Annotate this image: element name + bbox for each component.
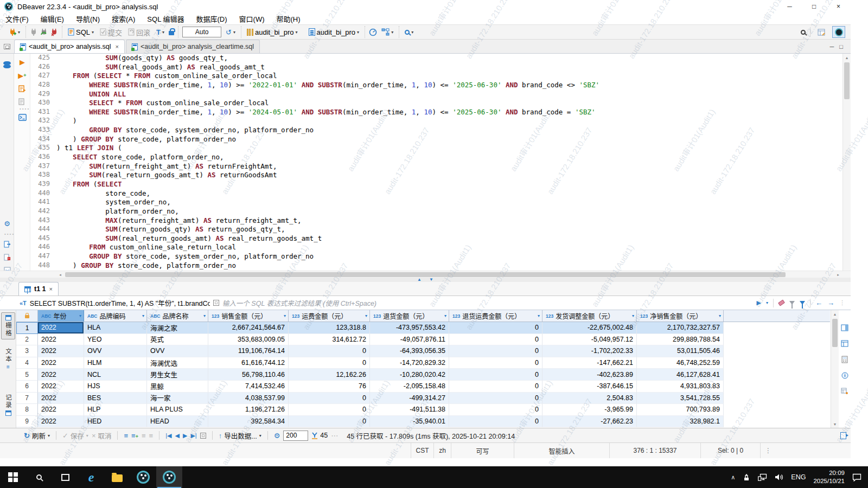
database-select[interactable]: audit_bi_pro ▾ (245, 27, 299, 37)
filter-forward-icon[interactable]: → (827, 299, 834, 306)
grid-cell[interactable]: HLA PLUS (147, 404, 208, 416)
templates-panel-icon[interactable]: (x) (2, 265, 12, 271)
column-header-6[interactable]: 123退货运费金额（元）▾ (449, 310, 542, 322)
code-area[interactable]: SUM(goods_qty) AS goods_qty_t, SUM(real_… (56, 54, 842, 271)
grid-cell[interactable]: 328,982.1 (637, 416, 724, 428)
grid-cell[interactable]: 7,414,532.46 (208, 381, 289, 393)
database-navigator-icon[interactable] (2, 58, 12, 68)
grid-cell[interactable]: 0 (449, 322, 542, 334)
grid-cell[interactable]: HED (84, 416, 147, 428)
column-filter-caret[interactable]: ▾ (282, 313, 286, 318)
column-filter-caret[interactable]: ▾ (630, 313, 634, 318)
rollback-button[interactable]: 回滚 (126, 26, 152, 38)
filter-back-icon[interactable]: ← (815, 299, 822, 306)
grid-cell[interactable]: 英式 (147, 334, 208, 346)
code-line[interactable]: SUM(return_goods_qty) AS return_goods_qt… (56, 225, 842, 234)
column-filter-caret[interactable]: ▾ (202, 313, 206, 318)
speaker-icon[interactable] (775, 473, 783, 481)
grid-cell[interactable]: -387,646.15 (542, 381, 637, 393)
maximize-button[interactable]: □ (802, 0, 826, 13)
last-page-icon[interactable]: ▶| (190, 433, 196, 439)
grid-cell[interactable]: -5,049,957.12 (542, 334, 637, 346)
quick-search-icon[interactable] (801, 30, 806, 35)
column-header-0[interactable]: ABC年份▾ (38, 310, 84, 322)
grid-cell[interactable]: 2022 (38, 345, 84, 357)
record-mode-tab[interactable]: 记录 (1, 392, 15, 418)
grid-cell[interactable]: -10,280,020.42 (370, 369, 449, 381)
editor-horizontal-scrollbar[interactable]: ◂ ▸ (0, 271, 851, 278)
disconnect-icon[interactable] (50, 28, 58, 36)
grid-cell[interactable]: -147,662.21 (542, 357, 637, 369)
code-line[interactable]: FROM (SELECT (56, 180, 842, 189)
new-connection-button[interactable]: ▾ (7, 27, 22, 37)
grid-cell[interactable]: 男生女生 (147, 369, 208, 381)
dbeaver-perspective-button[interactable] (832, 26, 845, 38)
code-line[interactable]: WHERE SUBSTR(min_order_time, 1, 10) >= '… (56, 108, 842, 117)
grid-cell[interactable]: 46,127,628.41 (637, 369, 724, 381)
grid-cell[interactable]: 4,038,537.99 (208, 393, 289, 404)
toggle-panels-icon[interactable] (841, 324, 848, 333)
grid-cell[interactable]: 0 (449, 416, 542, 428)
clock[interactable]: 20:09 2025/10/21 (813, 469, 845, 485)
minimize-button[interactable]: ─ (777, 0, 802, 13)
settings-gear-icon[interactable]: ⚙ (2, 219, 12, 228)
grid-scroll-up-icon[interactable]: ▲ (831, 310, 839, 318)
split-editor-icon[interactable] (4, 44, 10, 49)
code-line[interactable]: platform_order_no, (56, 207, 842, 216)
grid-cell[interactable]: 0 (289, 345, 370, 357)
grid-cell[interactable]: 76 (289, 381, 370, 393)
code-line[interactable]: ) GROUP BY store_code, platform_order_no (56, 135, 842, 144)
grid-cell[interactable]: 299,889,788.54 (637, 334, 724, 346)
start-button[interactable] (0, 466, 26, 488)
lock-icon[interactable] (169, 31, 174, 35)
row-number[interactable]: 8 (16, 404, 38, 416)
grid-cell[interactable]: 2,667,241,564.67 (208, 322, 289, 334)
grid-cell[interactable]: 392,584.34 (208, 416, 289, 428)
grid-cell[interactable]: 46,748,252.59 (637, 357, 724, 369)
er-diagram-button[interactable]: ▾ (380, 27, 395, 37)
db-search-button[interactable]: ▾ (403, 29, 415, 36)
notification-icon[interactable] (852, 473, 861, 481)
column-header-1[interactable]: ABC品牌编码▾ (84, 310, 147, 322)
grid-cell[interactable]: HJS (84, 381, 147, 393)
save-filter-icon[interactable] (800, 301, 805, 305)
grid-cell[interactable]: OVV (84, 345, 147, 357)
column-header-3[interactable]: 123销售金额（元）▾ (208, 310, 289, 322)
grid-cell[interactable]: 海澜优选 (147, 357, 208, 369)
grid-cell[interactable]: -35,940.01 (370, 416, 449, 428)
grid-cell[interactable]: -2,095,158.48 (370, 381, 449, 393)
grid-cell[interactable]: 0 (289, 404, 370, 416)
code-line[interactable]: FROM custom_online_sale_return_local (56, 243, 842, 252)
execute-new-tab-icon[interactable]: ▶+ (17, 70, 27, 80)
grid-cell[interactable]: 2,504.83 (542, 393, 637, 404)
code-line[interactable]: SELECT * FROM custom_online_sale_order_l… (56, 99, 842, 108)
duplicate-row-icon[interactable]: ≡ (142, 432, 146, 439)
column-filter-caret[interactable]: ▾ (717, 313, 721, 318)
grid-cell[interactable]: HLP (84, 404, 147, 416)
column-header-8[interactable]: 123净销售金额（元）▾ (637, 310, 724, 322)
row-number[interactable]: 7 (16, 393, 38, 404)
editor-tab-1[interactable]: <audit_bi_pro> analysis_cleartime.sql (126, 40, 260, 53)
maximize-view-icon[interactable]: □ (839, 43, 843, 50)
menu-item-3[interactable]: 搜索(A) (112, 14, 135, 24)
copy-status-icon[interactable] (840, 432, 846, 439)
code-line[interactable]: GROUP BY store_code, system_order_no, pl… (56, 252, 842, 261)
grid-cell[interactable]: 0 (449, 381, 542, 393)
tray-expand-icon[interactable]: ∧ (731, 474, 735, 481)
transaction-log-button[interactable]: T ▾ (155, 27, 166, 37)
expand-filter-icon[interactable] (213, 300, 219, 306)
grid-cell[interactable]: HEAD (147, 416, 208, 428)
grid-cell[interactable]: -64,393,056.35 (370, 345, 449, 357)
network-icon[interactable] (758, 473, 767, 481)
code-line[interactable]: ) GROUP BY store_code, platform_order_no (56, 261, 842, 271)
grid-cell[interactable]: 海澜之家 (147, 322, 208, 334)
code-line[interactable]: SUM(real_return_goods_amt) AS real_retur… (56, 234, 842, 243)
code-line[interactable]: UNION ALL (56, 90, 842, 99)
error-log-icon[interactable] (2, 252, 12, 262)
edit-cell-icon[interactable]: ≡ (124, 432, 128, 439)
grid-cell[interactable]: 4,931,803.83 (637, 381, 724, 393)
grid-cell[interactable]: 0 (289, 393, 370, 404)
execute-statement-icon[interactable]: ▶ (17, 57, 27, 67)
scroll-up-icon[interactable]: ▲ (843, 54, 851, 61)
grid-cell[interactable]: 700,793.89 (637, 404, 724, 416)
